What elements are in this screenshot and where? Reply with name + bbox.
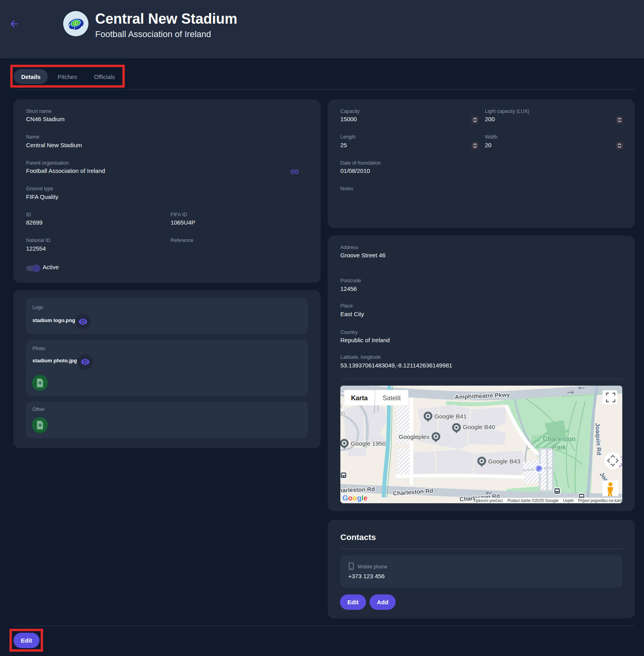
- svg-text:harleston Rd: harleston Rd: [340, 485, 375, 493]
- svg-text:Charleston: Charleston: [543, 435, 575, 443]
- svg-text:Satelit: Satelit: [383, 394, 401, 401]
- svg-text:Tipkovni prečaci Podaci kar: Tipkovni prečaci Podaci karte ©2025 Goog…: [473, 498, 622, 503]
- svg-text:Googleplex: Googleplex: [399, 433, 430, 440]
- svg-text:Park: Park: [552, 444, 566, 451]
- svg-text:Google 1950: Google 1950: [351, 440, 386, 447]
- svg-text:Karta: Karta: [351, 394, 368, 401]
- svg-text:Google B43: Google B43: [488, 458, 520, 465]
- svg-text:Google: Google: [342, 494, 368, 502]
- svg-text:00: 00: [340, 410, 345, 417]
- svg-text:Google B40: Google B40: [463, 424, 495, 430]
- svg-text:P: P: [537, 465, 541, 472]
- svg-text:Google B41: Google B41: [434, 413, 467, 420]
- svg-text:0: 0: [340, 403, 342, 409]
